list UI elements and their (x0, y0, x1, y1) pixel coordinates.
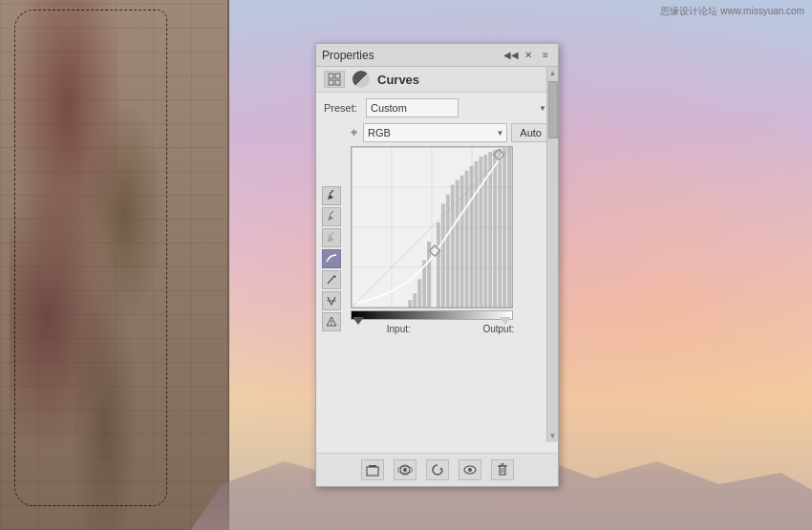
preset-select-wrapper: Custom Default Contrast + Contrast - Dar… (366, 98, 550, 117)
preset-label: Preset: (324, 102, 360, 114)
selection-marching-ants (14, 10, 167, 506)
panel-footer (316, 453, 558, 486)
svg-rect-0 (329, 74, 333, 78)
svg-line-48 (330, 190, 333, 194)
svg-point-38 (403, 468, 407, 472)
svg-rect-29 (417, 279, 421, 307)
svg-point-42 (468, 468, 472, 472)
panel-titlebar: Properties ◀◀ ✕ ≡ (316, 44, 558, 67)
curve-area: ⌖ RGB Red Green Blue ▼ Auto (351, 123, 550, 334)
svg-rect-14 (451, 185, 455, 307)
close-button[interactable]: ✕ (522, 49, 535, 62)
input-slider-container (351, 310, 513, 320)
svg-rect-36 (369, 465, 376, 467)
output-label: Output: (482, 324, 514, 334)
eyedropper-white-tool[interactable] (322, 228, 341, 247)
reset-button[interactable] (426, 459, 449, 480)
menu-button[interactable]: ≡ (539, 49, 552, 62)
svg-rect-23 (493, 150, 497, 307)
eyedropper-black-tool[interactable] (322, 186, 341, 205)
svg-line-50 (330, 232, 333, 236)
svg-rect-15 (456, 180, 459, 307)
svg-point-56 (331, 324, 331, 325)
svg-rect-1 (335, 74, 340, 78)
input-label: Input: (387, 324, 411, 334)
svg-rect-31 (408, 300, 412, 307)
tools-overlay (322, 186, 341, 331)
input-output-row: Input: Output: (351, 324, 550, 334)
curves-tab-label[interactable]: Curves (377, 73, 419, 87)
panel-title: Properties (322, 49, 374, 62)
channel-select-wrapper: RGB Red Green Blue ▼ (363, 123, 507, 142)
delete-button[interactable] (491, 459, 514, 480)
svg-rect-30 (413, 293, 417, 307)
collapse-button[interactable]: ◀◀ (504, 49, 518, 62)
preset-dropdown-arrow: ▼ (539, 104, 546, 113)
panel-content: Preset: Custom Default Contrast + Contra… (316, 93, 558, 453)
svg-rect-12 (441, 203, 445, 307)
svg-rect-16 (460, 176, 464, 307)
preset-select[interactable]: Custom Default Contrast + Contrast - Dar… (366, 98, 459, 117)
svg-rect-24 (498, 149, 502, 307)
svg-rect-13 (446, 194, 450, 307)
scrollbar-up-arrow[interactable]: ▲ (547, 67, 559, 79)
svg-rect-25 (502, 148, 506, 307)
svg-rect-18 (470, 166, 474, 307)
white-point-slider[interactable] (500, 317, 511, 325)
black-point-slider[interactable] (353, 317, 364, 325)
clip-to-layer-button[interactable] (361, 459, 384, 480)
warning-clipping-tool[interactable] (322, 312, 341, 331)
svg-rect-3 (335, 80, 340, 85)
svg-rect-20 (479, 157, 482, 307)
svg-rect-43 (500, 466, 505, 475)
main-area: ⌖ RGB Red Green Blue ▼ Auto (324, 123, 550, 334)
panel-tabs: Curves (316, 67, 558, 93)
svg-line-49 (330, 211, 333, 215)
curve-canvas[interactable] (351, 146, 513, 308)
view-previous-button[interactable] (394, 459, 417, 480)
scrollbar-thumb[interactable] (548, 81, 558, 138)
curves-adjust-icon: ⌖ (351, 125, 357, 140)
tab-adjustments[interactable] (324, 71, 345, 88)
svg-line-51 (328, 276, 334, 284)
clipping-tool[interactable] (322, 291, 341, 310)
eyedropper-gray-tool[interactable] (322, 207, 341, 226)
pencil-curve-tool[interactable] (322, 270, 341, 289)
watermark: 思缘设计论坛 www.missyuan.com (660, 5, 804, 18)
svg-rect-2 (329, 80, 333, 85)
channel-select[interactable]: RGB Red Green Blue (363, 123, 507, 142)
scrollbar-down-arrow[interactable]: ▼ (547, 430, 559, 442)
toggle-visibility-button[interactable] (459, 459, 481, 480)
preset-row: Preset: Custom Default Contrast + Contra… (324, 98, 550, 117)
panel-scrollbar[interactable]: ▲ ▼ (546, 67, 558, 442)
svg-rect-26 (507, 147, 511, 307)
svg-rect-19 (474, 161, 478, 307)
rgb-row: ⌖ RGB Red Green Blue ▼ Auto (351, 123, 550, 142)
svg-marker-52 (333, 275, 336, 278)
svg-rect-35 (367, 467, 378, 476)
curves-icon (353, 71, 370, 88)
panel-controls: ◀◀ ✕ ≡ (504, 49, 552, 62)
smooth-curve-tool[interactable] (322, 249, 341, 268)
svg-rect-17 (465, 171, 469, 307)
properties-panel: Properties ◀◀ ✕ ≡ Curves Preset: Cus (315, 43, 559, 487)
panel-title-left: Properties (322, 49, 374, 62)
auto-button[interactable]: Auto (511, 123, 550, 142)
svg-marker-40 (439, 467, 442, 470)
svg-rect-11 (437, 223, 440, 307)
input-gradient-bar (351, 310, 513, 320)
